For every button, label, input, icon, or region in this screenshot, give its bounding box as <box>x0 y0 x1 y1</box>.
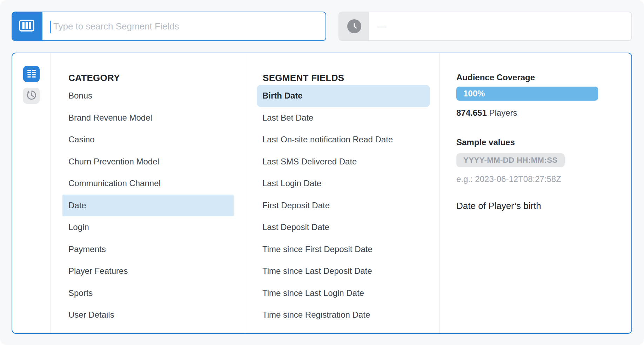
table-list-icon <box>27 68 36 80</box>
segment-field-item-selected[interactable]: Birth Date <box>257 85 430 107</box>
segment-field-item[interactable]: Last Deposit Date <box>257 216 430 238</box>
segment-field-item[interactable]: Last Bet Date <box>257 107 430 129</box>
category-item[interactable]: Sports <box>62 282 234 304</box>
time-filter-control[interactable]: — <box>338 12 632 41</box>
text-caret <box>50 21 51 33</box>
segment-field-item[interactable]: Last Login Date <box>257 172 430 195</box>
category-item[interactable]: Communication Channel <box>62 172 234 195</box>
category-item[interactable]: User Details <box>62 304 234 326</box>
category-list: Bonus Brand Revenue Model Casino Churn P… <box>62 85 245 326</box>
audience-coverage-bar: 100% <box>456 87 598 101</box>
segment-field-item[interactable]: Last SMS Delivered Date <box>257 151 430 173</box>
columns-icon <box>19 19 35 33</box>
segment-field-search <box>42 12 326 41</box>
category-item[interactable]: Payments <box>62 238 234 261</box>
segment-fields-panel: CATEGORY Bonus Brand Revenue Model Casin… <box>12 53 632 334</box>
players-count: 874.651 <box>456 108 487 117</box>
players-count-line: 874.651 Players <box>456 108 617 118</box>
field-description: Date of Player’s birth <box>456 201 617 211</box>
segment-fields-browser: — <box>0 0 644 345</box>
history-button[interactable] <box>23 88 40 104</box>
time-filter-prefix <box>339 12 369 40</box>
category-item[interactable]: Login <box>62 216 234 238</box>
time-filter-value: — <box>369 12 386 40</box>
columns-view-button[interactable] <box>12 12 42 41</box>
clock-icon <box>347 19 361 33</box>
segment-fields-header: SEGMENT FIELDS <box>263 73 344 83</box>
segment-field-item[interactable]: Time since Registration Date <box>257 304 430 326</box>
players-label: Players <box>489 108 517 117</box>
category-item[interactable]: Casino <box>62 129 234 151</box>
coverage-percent: 100% <box>463 89 485 99</box>
segment-fields-list: Birth Date Last Bet Date Last On-site no… <box>257 85 439 326</box>
category-item[interactable]: Bonus <box>62 85 234 107</box>
category-item[interactable]: Brand Revenue Model <box>62 107 234 129</box>
segment-fields-column: SEGMENT FIELDS Birth Date Last Bet Date … <box>245 53 440 333</box>
sample-format-badge: YYYY-MM-DD HH:MM:SS <box>456 153 565 167</box>
category-header: CATEGORY <box>68 73 120 83</box>
category-item-selected[interactable]: Date <box>62 195 234 217</box>
category-column: CATEGORY Bonus Brand Revenue Model Casin… <box>51 53 245 333</box>
segment-field-item[interactable]: Last On-site notification Read Date <box>257 129 430 151</box>
field-details-column: Audience Coverage 100% 874.651 Players S… <box>440 53 631 333</box>
search-input[interactable] <box>42 12 326 40</box>
segment-field-item[interactable]: Time since First Deposit Date <box>257 238 430 261</box>
audience-coverage-label: Audience Coverage <box>456 73 617 82</box>
category-item[interactable]: Churn Prevention Model <box>62 151 234 173</box>
segment-field-item[interactable]: First Deposit Date <box>257 195 430 217</box>
panel-rail <box>12 53 51 333</box>
category-item[interactable]: Player Features <box>62 260 234 282</box>
segment-field-item[interactable]: Time since Last Deposit Date <box>257 260 430 282</box>
table-list-view-button[interactable] <box>23 66 40 82</box>
history-icon <box>26 89 37 102</box>
segment-field-item[interactable]: Time since Last Login Date <box>257 282 430 304</box>
sample-values-label: Sample values <box>456 137 617 147</box>
sample-example-text: e.g.: 2023-06-12T08:27:58Z <box>456 174 617 184</box>
